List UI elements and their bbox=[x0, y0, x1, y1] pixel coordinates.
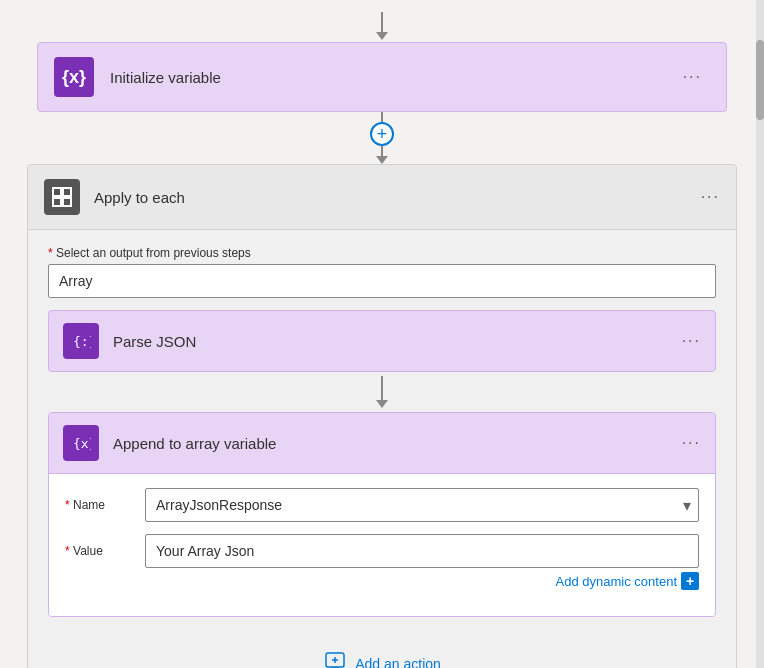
parse-json-icon: {:} bbox=[63, 323, 99, 359]
append-array-header: {x} Append to array variable ··· bbox=[49, 413, 715, 473]
parse-json-card: {:} Parse JSON ··· bbox=[48, 310, 716, 372]
apply-each-body: * Select an output from previous steps {… bbox=[28, 230, 736, 668]
plus-connector[interactable]: + bbox=[370, 112, 394, 164]
value-label: * Value bbox=[65, 544, 145, 558]
inner-arrow-connector bbox=[376, 376, 388, 408]
select-output-group: * Select an output from previous steps bbox=[48, 246, 716, 298]
append-array-card: {x} Append to array variable ··· * Name bbox=[48, 412, 716, 617]
append-array-icon: {x} bbox=[63, 425, 99, 461]
add-action-container: Add an action bbox=[307, 641, 457, 668]
scrollbar-thumb[interactable] bbox=[756, 40, 764, 120]
svg-text:{:}: {:} bbox=[73, 334, 91, 349]
init-var-title: Initialize variable bbox=[110, 69, 675, 86]
name-label: * Name bbox=[65, 498, 145, 512]
main-canvas: {x} Initialize variable ··· + Apply to e… bbox=[0, 0, 764, 668]
parse-json-menu[interactable]: ··· bbox=[682, 332, 701, 350]
name-field-row: * Name ArrayJsonResponse ▾ bbox=[65, 488, 699, 522]
apply-to-each-container: Apply to each ··· * Select an output fro… bbox=[27, 164, 737, 668]
svg-text:{x}: {x} bbox=[73, 436, 91, 451]
dynamic-content-plus-icon: + bbox=[681, 572, 699, 590]
init-var-icon: {x} bbox=[54, 57, 94, 97]
apply-each-icon bbox=[44, 179, 80, 215]
select-output-input[interactable] bbox=[48, 264, 716, 298]
append-array-title: Append to array variable bbox=[113, 435, 682, 452]
append-array-menu[interactable]: ··· bbox=[682, 434, 701, 452]
scrollbar[interactable] bbox=[756, 0, 764, 668]
top-arrow-connector bbox=[376, 12, 388, 40]
select-output-label: * Select an output from previous steps bbox=[48, 246, 716, 260]
parse-json-title: Parse JSON bbox=[113, 333, 682, 350]
add-dynamic-content-button[interactable]: Add dynamic content + bbox=[556, 572, 699, 590]
name-select-wrapper: ArrayJsonResponse ▾ bbox=[145, 488, 699, 522]
init-var-menu[interactable]: ··· bbox=[675, 64, 710, 90]
value-input[interactable] bbox=[145, 534, 699, 568]
plus-circle-icon[interactable]: + bbox=[370, 122, 394, 146]
dynamic-content-section: Add dynamic content + bbox=[65, 572, 699, 590]
append-array-body: * Name ArrayJsonResponse ▾ bbox=[49, 473, 715, 616]
apply-each-menu[interactable]: ··· bbox=[701, 188, 720, 206]
svg-rect-2 bbox=[53, 198, 61, 206]
initialize-variable-card: {x} Initialize variable ··· bbox=[37, 42, 727, 112]
apply-each-header: Apply to each ··· bbox=[28, 165, 736, 230]
add-action-icon bbox=[323, 649, 347, 668]
svg-rect-1 bbox=[63, 188, 71, 196]
value-input-wrapper bbox=[145, 534, 699, 568]
add-action-label: Add an action bbox=[355, 656, 441, 669]
add-action-button[interactable]: Add an action bbox=[307, 641, 457, 668]
svg-rect-0 bbox=[53, 188, 61, 196]
value-field-row: * Value Add dynamic content + bbox=[65, 534, 699, 590]
name-select[interactable]: ArrayJsonResponse bbox=[145, 488, 699, 522]
apply-each-title: Apply to each bbox=[94, 189, 701, 206]
svg-rect-3 bbox=[63, 198, 71, 206]
